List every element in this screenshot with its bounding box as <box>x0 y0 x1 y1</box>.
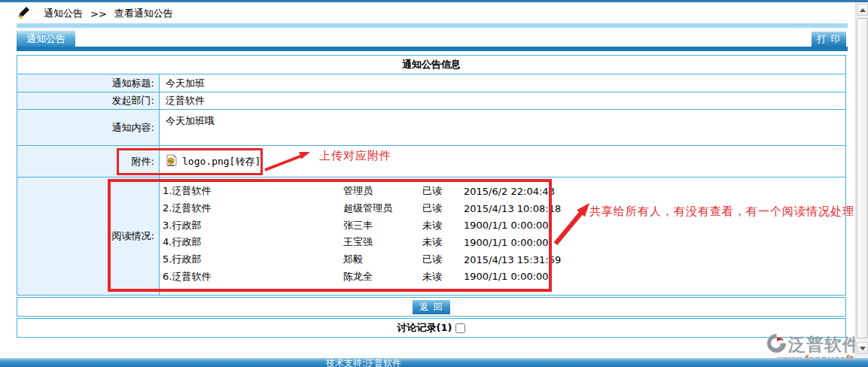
reading-annotation: 共享给所有人，有没有查看，有一个阅读情况处理 <box>589 205 854 219</box>
print-button[interactable]: 打 印 <box>812 32 846 47</box>
tab-bar-underline <box>17 47 848 51</box>
return-row: 返 回 <box>17 297 846 317</box>
reading-dept: 行政部 <box>172 253 201 265</box>
reading-num: 3. <box>163 220 172 231</box>
attachment-link[interactable]: logo.png[转存] <box>166 154 260 169</box>
reading-num: 1. <box>163 185 172 196</box>
reading-name: 张三丰 <box>343 219 422 232</box>
reading-status: 未读 <box>422 270 464 284</box>
footer-bar: 技术支持:泛普软件 <box>0 358 868 367</box>
discussion-row: 讨论记录(1) <box>17 318 846 338</box>
reading-time: 1900/1/1 0:00:00 <box>464 237 845 248</box>
department-value: 泛普软件 <box>160 93 845 109</box>
reading-status: 未读 <box>422 235 464 249</box>
reading-num: 5. <box>163 253 172 265</box>
title-value: 今天加班 <box>160 74 845 92</box>
pen-icon <box>17 6 32 21</box>
row-title: 通知标题: 今天加班 <box>17 74 845 93</box>
notice-info-table: 通知公告信息 通知标题: 今天加班 发起部门: 泛普软件 通知内容: 今天加班哦… <box>17 55 846 296</box>
attachment-annotation: 上传对应附件 <box>319 149 391 163</box>
image-file-icon <box>166 154 178 169</box>
footer-support-text: 技术支持:泛普软件 <box>326 357 401 367</box>
top-divider <box>0 0 868 2</box>
reading-row: 3.行政部 张三丰 未读 1900/1/1 0:00:00 <box>163 217 845 234</box>
reading-status: 已读 <box>422 184 464 198</box>
reading-num: 2. <box>163 202 172 214</box>
table-title: 通知公告信息 <box>17 56 845 74</box>
discussion-label: 讨论记录(1) <box>397 321 452 335</box>
attachment-filename: logo.png[转存] <box>182 155 260 168</box>
reading-time: 2015/6/2 22:04:43 <box>464 186 845 197</box>
reading-num: 4. <box>163 236 172 247</box>
reading-name: 陈龙全 <box>343 270 422 284</box>
row-attachment: 附件: logo.png[转存] <box>17 146 845 177</box>
content-label: 通知内容: <box>17 110 160 145</box>
tab-notice[interactable]: 通知公告 <box>17 31 75 47</box>
reading-label: 阅读情况: <box>17 177 160 295</box>
breadcrumb-separator: >> <box>90 8 107 20</box>
reading-row: 5.行政部 郑毅 已读 2015/4/13 15:31:59 <box>163 251 845 268</box>
reading-status: 已读 <box>422 253 464 266</box>
scrollbar-thumb[interactable] <box>857 18 868 338</box>
row-content: 通知内容: 今天加班哦 <box>17 110 845 146</box>
reading-row: 1.泛普软件 管理员 已读 2015/6/2 22:04:43 <box>163 183 845 200</box>
breadcrumb-section: 通知公告 <box>44 7 83 20</box>
department-label: 发起部门: <box>17 93 160 109</box>
reading-dept: 泛普软件 <box>172 271 211 282</box>
scroll-up-icon <box>860 8 866 12</box>
title-label: 通知标题: <box>17 74 160 92</box>
fanpu-logo-icon <box>766 333 787 356</box>
reading-row: 6.泛普软件 陈龙全 未读 1900/1/1 0:00:00 <box>163 268 845 285</box>
breadcrumb-page: 查看通知公告 <box>114 7 173 20</box>
scroll-down-icon <box>860 347 866 350</box>
reading-name: 超级管理员 <box>343 202 422 215</box>
reading-time: 1900/1/1 0:00:00 <box>464 271 845 282</box>
reading-dept: 行政部 <box>172 220 201 231</box>
vertical-scrollbar[interactable] <box>855 2 868 358</box>
reading-name: 郑毅 <box>343 253 422 266</box>
reading-row: 4.行政部 王宝强 未读 1900/1/1 0:00:00 <box>163 234 845 251</box>
reading-num: 6. <box>163 271 172 282</box>
row-reading-status: 阅读情况: 1.泛普软件 管理员 已读 2015/6/2 22:04:43 2.… <box>17 177 845 295</box>
breadcrumb: 通知公告 >> 查看通知公告 <box>17 6 173 21</box>
return-button[interactable]: 返 回 <box>413 300 450 314</box>
reading-list: 1.泛普软件 管理员 已读 2015/6/2 22:04:43 2.泛普软件 超… <box>160 177 845 295</box>
reading-time: 1900/1/1 0:00:00 <box>464 220 845 231</box>
discussion-checkbox[interactable] <box>455 323 465 333</box>
reading-dept: 行政部 <box>172 236 201 247</box>
watermark-brand: 泛普软件 <box>788 333 860 356</box>
reading-name: 管理员 <box>343 184 422 198</box>
row-department: 发起部门: 泛普软件 <box>17 93 845 110</box>
reading-dept: 泛普软件 <box>172 202 211 214</box>
page: 通知公告 >> 查看通知公告 通知公告 打 印 通知公告信息 通知标题: 今天加… <box>0 0 868 367</box>
reading-status: 已读 <box>422 202 464 215</box>
attachment-label: 附件: <box>17 146 160 177</box>
content-value: 今天加班哦 <box>160 110 845 145</box>
scroll-up-button[interactable] <box>857 4 868 16</box>
reading-name: 王宝强 <box>343 235 422 249</box>
reading-status: 未读 <box>422 219 464 232</box>
breadcrumb-divider <box>17 23 848 28</box>
reading-time: 2015/4/13 15:31:59 <box>464 254 845 265</box>
scroll-down-button[interactable] <box>857 342 868 354</box>
reading-dept: 泛普软件 <box>172 185 211 196</box>
